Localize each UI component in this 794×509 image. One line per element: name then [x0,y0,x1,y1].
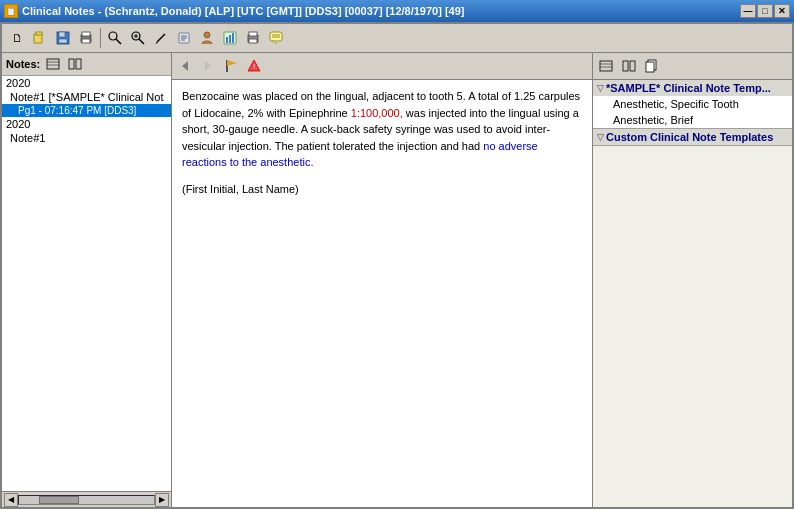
tb-zoom[interactable] [127,27,149,49]
minimize-button[interactable]: — [740,4,756,18]
app-icon: 📋 [4,4,18,18]
svg-rect-36 [76,59,81,69]
svg-rect-23 [229,35,231,43]
tb-save[interactable] [52,27,74,49]
content-area: Notes: 2020 Note#1 [*SAMPLE* Clinical No… [2,53,792,507]
scroll-thumb[interactable] [39,496,79,504]
svg-text:!: ! [253,62,255,71]
mt-back[interactable] [174,55,196,77]
svg-rect-43 [600,61,612,71]
sample-template-header[interactable]: ▽ *SAMPLE* Clinical Note Temp... [593,80,792,96]
svg-rect-32 [47,59,59,69]
main-toolbar: 🗋 [2,24,792,53]
sample-header-text: *SAMPLE* Clinical Note Temp... [606,82,771,94]
window-title: Clinical Notes - (Schrantz, Donald) [ALP… [22,5,465,17]
tree-note-1[interactable]: Note#1 [*SAMPLE* Clinical Not [2,90,171,104]
main-window: 🗋 [0,22,794,509]
left-panel: Notes: 2020 Note#1 [*SAMPLE* Clinical No… [2,53,172,507]
svg-line-14 [157,34,165,42]
svg-rect-3 [59,32,65,37]
mt-forward[interactable] [197,55,219,77]
right-tree[interactable]: ▽ *SAMPLE* Clinical Note Temp... Anesthe… [593,80,792,507]
svg-rect-49 [646,62,654,72]
tb-comment[interactable] [265,27,287,49]
maximize-button[interactable]: □ [757,4,773,18]
svg-rect-4 [59,39,67,43]
tree-pg-1[interactable]: Pg1 - 07:16:47 PM [DDS3] [2,104,171,117]
tree-year-1[interactable]: 2020 [2,76,171,90]
sep-1 [100,28,101,48]
svg-point-8 [109,32,117,40]
rt-detail[interactable] [618,55,640,77]
expand-icon: ▽ [597,83,604,93]
note-text-area: Benzocaine was placed on the lingual, ad… [172,80,592,507]
sample-template-section: ▽ *SAMPLE* Clinical Note Temp... Anesthe… [593,80,792,129]
svg-marker-40 [227,60,237,66]
tree-note-2[interactable]: Note#1 [2,131,171,145]
left-view-list[interactable] [44,56,62,72]
middle-panel: ! Benzocaine was placed on the lingual, … [172,53,592,507]
tb-print[interactable] [75,27,97,49]
custom-expand-icon: ▽ [597,132,604,142]
custom-template-header[interactable]: ▽ Custom Clinical Note Templates [593,129,792,145]
tb-print2[interactable] [242,27,264,49]
svg-rect-24 [232,33,234,43]
svg-marker-37 [182,61,188,71]
tb-search[interactable] [104,27,126,49]
svg-rect-7 [82,39,90,43]
left-view-detail[interactable] [66,56,84,72]
scroll-left[interactable]: ◀ [4,493,18,507]
custom-template-section: ▽ Custom Clinical Note Templates [593,129,792,146]
custom-header-text: Custom Clinical Note Templates [606,131,773,143]
scroll-right[interactable]: ▶ [155,493,169,507]
middle-toolbar: ! [172,53,592,80]
tree-year-2[interactable]: 2020 [2,117,171,131]
svg-rect-22 [226,37,228,43]
left-scrollbar[interactable]: ◀ ▶ [2,491,171,507]
tb-wizard[interactable] [173,27,195,49]
svg-rect-27 [249,39,257,43]
scroll-track[interactable] [18,495,155,505]
close-button[interactable]: ✕ [774,4,790,18]
notes-label: Notes: [6,58,40,70]
rt-list[interactable] [595,55,617,77]
svg-line-13 [139,39,144,44]
right-panel: ▽ *SAMPLE* Clinical Note Temp... Anesthe… [592,53,792,507]
title-bar: 📋 Clinical Notes - (Schrantz, Donald) [A… [0,0,794,22]
red-text-1: 1:100,000, [351,107,403,119]
rt-copy[interactable] [641,55,663,77]
svg-marker-38 [205,61,211,71]
blue-text-1: no adverse reactions to the anesthetic. [182,140,538,169]
tb-person[interactable] [196,27,218,49]
tb-chart[interactable] [219,27,241,49]
svg-rect-28 [270,32,282,41]
mt-alert[interactable]: ! [243,55,265,77]
left-panel-header: Notes: [2,53,171,76]
svg-rect-47 [630,61,635,71]
svg-rect-46 [623,61,628,71]
tb-open[interactable] [29,27,51,49]
svg-marker-29 [272,41,276,44]
svg-rect-1 [36,32,42,35]
svg-rect-26 [249,32,257,36]
template-item-1[interactable]: Anesthetic, Specific Tooth [593,96,792,112]
template-item-2[interactable]: Anesthetic, Brief [593,112,792,128]
notes-tree[interactable]: 2020 Note#1 [*SAMPLE* Clinical Not Pg1 -… [2,76,171,491]
right-toolbar [593,53,792,80]
mt-flag[interactable] [220,55,242,77]
svg-point-20 [204,32,210,38]
signature-line: (First Initial, Last Name) [182,181,582,198]
svg-rect-6 [82,32,90,36]
svg-rect-35 [69,59,74,69]
svg-line-9 [116,39,121,44]
tb-new[interactable]: 🗋 [6,27,28,49]
tb-edit[interactable] [150,27,172,49]
